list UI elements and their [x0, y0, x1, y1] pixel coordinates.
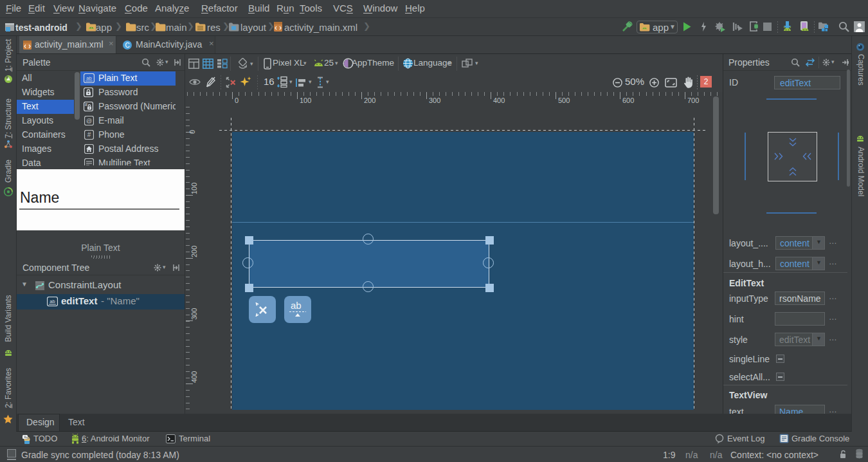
svg-text:@: @ — [86, 118, 92, 124]
svg-text:C: C — [125, 42, 129, 49]
svg-text:#: # — [87, 131, 91, 138]
svg-text:ab: ab — [50, 299, 55, 304]
svg-text:#: # — [85, 102, 87, 107]
svg-text:ab: ab — [86, 75, 91, 81]
